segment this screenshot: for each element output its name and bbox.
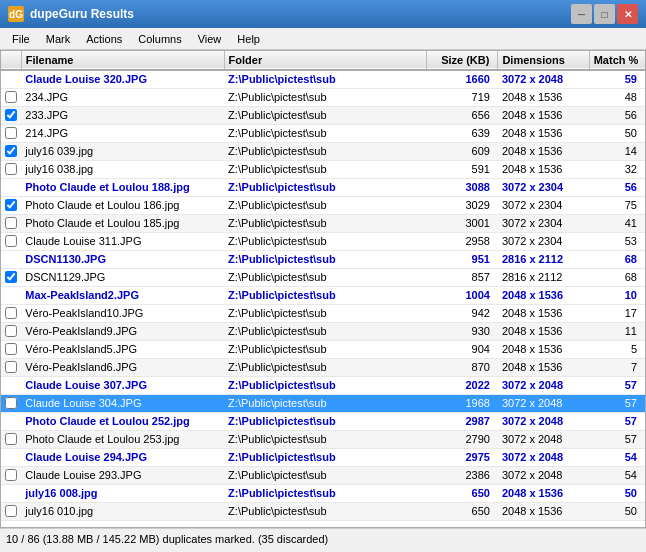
menu-file[interactable]: File [4, 28, 38, 49]
row-match: 57 [589, 394, 645, 412]
menu-columns[interactable]: Columns [130, 28, 189, 49]
row-checkbox[interactable] [5, 505, 17, 517]
table-row[interactable]: Claude Louise 307.JPGZ:\Public\pictest\s… [1, 376, 645, 394]
menu-mark[interactable]: Mark [38, 28, 78, 49]
row-folder: Z:\Public\pictest\sub [224, 322, 427, 340]
row-checkbox[interactable] [5, 343, 17, 355]
row-size: 3001 [427, 214, 498, 232]
row-folder: Z:\Public\pictest\sub [224, 232, 427, 250]
row-checkbox-cell [1, 502, 21, 520]
row-folder: Z:\Public\pictest\sub [224, 250, 427, 268]
row-folder: Z:\Public\pictest\sub [224, 304, 427, 322]
col-header-folder[interactable]: Folder [224, 51, 427, 70]
row-size: 2790 [427, 430, 498, 448]
menu-actions[interactable]: Actions [78, 28, 130, 49]
row-folder: Z:\Public\pictest\sub [224, 70, 427, 88]
row-dimensions: 3072 x 2304 [498, 214, 589, 232]
row-folder: Z:\Public\pictest\sub [224, 412, 427, 430]
close-button[interactable]: ✕ [617, 4, 638, 24]
row-checkbox[interactable] [5, 235, 17, 247]
row-checkbox[interactable] [5, 199, 17, 211]
row-checkbox[interactable] [5, 91, 17, 103]
row-size: 2958 [427, 232, 498, 250]
row-checkbox[interactable] [5, 145, 17, 157]
row-size: 2987 [427, 412, 498, 430]
row-match: 68 [589, 268, 645, 286]
row-dimensions: 3072 x 2048 [498, 70, 589, 88]
table-row[interactable]: 233.JPGZ:\Public\pictest\sub6562048 x 15… [1, 106, 645, 124]
row-checkbox[interactable] [5, 217, 17, 229]
col-header-size[interactable]: Size (KB) [427, 51, 498, 70]
table-row[interactable]: july16 010.jpgZ:\Public\pictest\sub65020… [1, 502, 645, 520]
table-row[interactable]: july16 039.jpgZ:\Public\pictest\sub60920… [1, 142, 645, 160]
row-checkbox[interactable] [5, 109, 17, 121]
row-dimensions: 3072 x 2048 [498, 430, 589, 448]
table-row[interactable]: Claude Louise 311.JPGZ:\Public\pictest\s… [1, 232, 645, 250]
table-row[interactable]: Photo Claude et Loulou 252.jpgZ:\Public\… [1, 412, 645, 430]
row-checkbox-cell [1, 214, 21, 232]
table-row[interactable]: Photo Claude et Loulou 185.jpgZ:\Public\… [1, 214, 645, 232]
row-checkbox[interactable] [5, 271, 17, 283]
table-row[interactable]: DSCN1130.JPGZ:\Public\pictest\sub9512816… [1, 250, 645, 268]
col-header-match[interactable]: Match % [589, 51, 645, 70]
table-row[interactable]: DSCN1129.JPGZ:\Public\pictest\sub8572816… [1, 268, 645, 286]
table-row[interactable]: Véro-PeakIsland5.JPGZ:\Public\pictest\su… [1, 340, 645, 358]
table-row[interactable]: Claude Louise 293.JPGZ:\Public\pictest\s… [1, 466, 645, 484]
maximize-button[interactable]: □ [594, 4, 615, 24]
row-dimensions: 2048 x 1536 [498, 160, 589, 178]
table-row[interactable]: 234.JPGZ:\Public\pictest\sub7192048 x 15… [1, 88, 645, 106]
row-filename: Claude Louise 293.JPG [21, 466, 224, 484]
row-filename: DSCN1129.JPG [21, 268, 224, 286]
row-dimensions: 2048 x 1536 [498, 106, 589, 124]
table-row[interactable]: july16 038.jpgZ:\Public\pictest\sub59120… [1, 160, 645, 178]
table-row[interactable]: Véro-PeakIsland6.JPGZ:\Public\pictest\su… [1, 358, 645, 376]
row-folder: Z:\Public\pictest\sub [224, 124, 427, 142]
row-folder: Z:\Public\pictest\sub [224, 196, 427, 214]
row-checkbox-cell [1, 430, 21, 448]
row-checkbox[interactable] [5, 469, 17, 481]
table-row[interactable]: 214.JPGZ:\Public\pictest\sub6392048 x 15… [1, 124, 645, 142]
table-row[interactable]: Claude Louise 294.JPGZ:\Public\pictest\s… [1, 448, 645, 466]
row-checkbox[interactable] [5, 361, 17, 373]
row-dimensions: 3072 x 2048 [498, 376, 589, 394]
row-dimensions: 3072 x 2304 [498, 178, 589, 196]
table-row[interactable]: Claude Louise 320.JPGZ:\Public\pictest\s… [1, 70, 645, 88]
row-dimensions: 2048 x 1536 [498, 322, 589, 340]
menu-help[interactable]: Help [229, 28, 268, 49]
row-checkbox-cell [1, 376, 21, 394]
row-folder: Z:\Public\pictest\sub [224, 466, 427, 484]
table-row[interactable]: Véro-PeakIsland9.JPGZ:\Public\pictest\su… [1, 322, 645, 340]
row-checkbox-cell [1, 142, 21, 160]
menu-bar: File Mark Actions Columns View Help [0, 28, 646, 50]
table-row[interactable]: july16 008.jpgZ:\Public\pictest\sub65020… [1, 484, 645, 502]
table-row[interactable]: Max-PeakIsland2.JPGZ:\Public\pictest\sub… [1, 286, 645, 304]
table-row[interactable]: Claude Louise 304.JPGZ:\Public\pictest\s… [1, 394, 645, 412]
row-dimensions: 2816 x 2112 [498, 268, 589, 286]
row-size: 857 [427, 268, 498, 286]
row-match: 48 [589, 88, 645, 106]
row-checkbox[interactable] [5, 433, 17, 445]
row-filename: Photo Claude et Loulou 252.jpg [21, 412, 224, 430]
row-dimensions: 2048 x 1536 [498, 358, 589, 376]
col-header-check[interactable] [1, 51, 21, 70]
minimize-button[interactable]: ─ [571, 4, 592, 24]
row-checkbox-cell [1, 178, 21, 196]
table-row[interactable]: Véro-PeakIsland10.JPGZ:\Public\pictest\s… [1, 304, 645, 322]
row-checkbox[interactable] [5, 127, 17, 139]
table-row[interactable]: Photo Claude et Loulou 253.jpgZ:\Public\… [1, 430, 645, 448]
col-header-filename[interactable]: Filename [21, 51, 224, 70]
row-match: 68 [589, 250, 645, 268]
table-row[interactable]: Photo Claude et Loulou 186.jpgZ:\Public\… [1, 196, 645, 214]
row-match: 17 [589, 304, 645, 322]
col-header-dimensions[interactable]: Dimensions [498, 51, 589, 70]
row-checkbox-cell [1, 340, 21, 358]
row-checkbox[interactable] [5, 397, 17, 409]
row-checkbox[interactable] [5, 325, 17, 337]
table-row[interactable]: Photo Claude et Loulou 188.jpgZ:\Public\… [1, 178, 645, 196]
menu-view[interactable]: View [190, 28, 230, 49]
row-match: 57 [589, 430, 645, 448]
row-checkbox[interactable] [5, 163, 17, 175]
row-size: 1660 [427, 70, 498, 88]
row-checkbox[interactable] [5, 307, 17, 319]
row-folder: Z:\Public\pictest\sub [224, 214, 427, 232]
